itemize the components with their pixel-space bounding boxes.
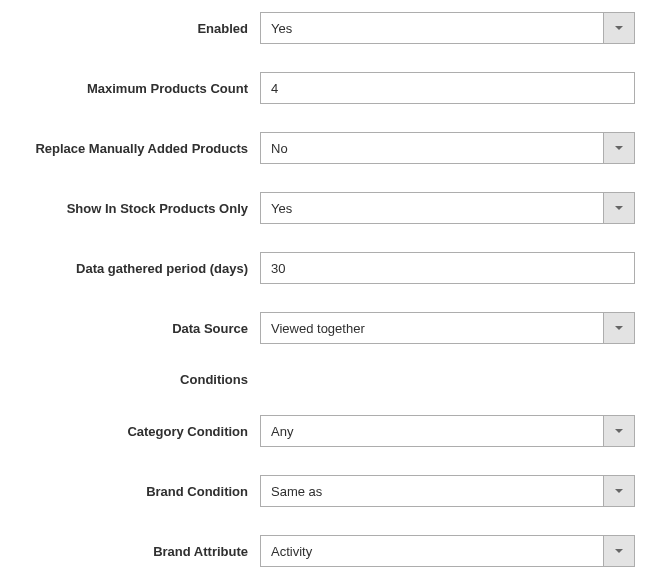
chevron-down-icon bbox=[615, 26, 623, 30]
control-category-condition: Any bbox=[260, 415, 645, 447]
row-data-source: Data Source Viewed together bbox=[0, 312, 645, 344]
row-conditions-header: Conditions bbox=[0, 372, 645, 387]
control-brand-condition: Same as bbox=[260, 475, 645, 507]
label-max-products: Maximum Products Count bbox=[0, 81, 260, 96]
label-in-stock-only: Show In Stock Products Only bbox=[0, 201, 260, 216]
chevron-down-icon bbox=[615, 326, 623, 330]
select-brand-condition-handle[interactable] bbox=[603, 475, 635, 507]
control-data-source: Viewed together bbox=[260, 312, 645, 344]
row-max-products: Maximum Products Count bbox=[0, 72, 645, 104]
control-data-period bbox=[260, 252, 645, 284]
select-in-stock-only-handle[interactable] bbox=[603, 192, 635, 224]
control-brand-attribute: Activity bbox=[260, 535, 645, 567]
control-in-stock-only: Yes bbox=[260, 192, 645, 224]
select-brand-attribute-value[interactable]: Activity bbox=[260, 535, 603, 567]
select-category-condition[interactable]: Any bbox=[260, 415, 635, 447]
label-brand-condition: Brand Condition bbox=[0, 484, 260, 499]
row-replace-manual: Replace Manually Added Products No bbox=[0, 132, 645, 164]
label-data-source: Data Source bbox=[0, 321, 260, 336]
select-enabled-handle[interactable] bbox=[603, 12, 635, 44]
chevron-down-icon bbox=[615, 489, 623, 493]
select-replace-manual-value[interactable]: No bbox=[260, 132, 603, 164]
select-in-stock-only[interactable]: Yes bbox=[260, 192, 635, 224]
input-max-products[interactable] bbox=[260, 72, 635, 104]
chevron-down-icon bbox=[615, 206, 623, 210]
select-brand-condition-value[interactable]: Same as bbox=[260, 475, 603, 507]
chevron-down-icon bbox=[615, 429, 623, 433]
row-data-period: Data gathered period (days) bbox=[0, 252, 645, 284]
label-data-period: Data gathered period (days) bbox=[0, 261, 260, 276]
row-category-condition: Category Condition Any bbox=[0, 415, 645, 447]
select-enabled-value[interactable]: Yes bbox=[260, 12, 603, 44]
label-category-condition: Category Condition bbox=[0, 424, 260, 439]
row-brand-condition: Brand Condition Same as bbox=[0, 475, 645, 507]
row-enabled: Enabled Yes bbox=[0, 12, 645, 44]
select-enabled[interactable]: Yes bbox=[260, 12, 635, 44]
row-in-stock-only: Show In Stock Products Only Yes bbox=[0, 192, 645, 224]
chevron-down-icon bbox=[615, 549, 623, 553]
select-replace-manual-handle[interactable] bbox=[603, 132, 635, 164]
label-conditions-header: Conditions bbox=[0, 372, 260, 387]
select-data-source-value[interactable]: Viewed together bbox=[260, 312, 603, 344]
select-data-source[interactable]: Viewed together bbox=[260, 312, 635, 344]
control-max-products bbox=[260, 72, 645, 104]
control-enabled: Yes bbox=[260, 12, 645, 44]
select-brand-attribute[interactable]: Activity bbox=[260, 535, 635, 567]
row-brand-attribute: Brand Attribute Activity bbox=[0, 535, 645, 567]
select-category-condition-value[interactable]: Any bbox=[260, 415, 603, 447]
label-replace-manual: Replace Manually Added Products bbox=[0, 141, 260, 156]
control-replace-manual: No bbox=[260, 132, 645, 164]
label-enabled: Enabled bbox=[0, 21, 260, 36]
select-brand-attribute-handle[interactable] bbox=[603, 535, 635, 567]
select-category-condition-handle[interactable] bbox=[603, 415, 635, 447]
select-in-stock-only-value[interactable]: Yes bbox=[260, 192, 603, 224]
input-data-period[interactable] bbox=[260, 252, 635, 284]
select-brand-condition[interactable]: Same as bbox=[260, 475, 635, 507]
label-brand-attribute: Brand Attribute bbox=[0, 544, 260, 559]
chevron-down-icon bbox=[615, 146, 623, 150]
select-data-source-handle[interactable] bbox=[603, 312, 635, 344]
select-replace-manual[interactable]: No bbox=[260, 132, 635, 164]
